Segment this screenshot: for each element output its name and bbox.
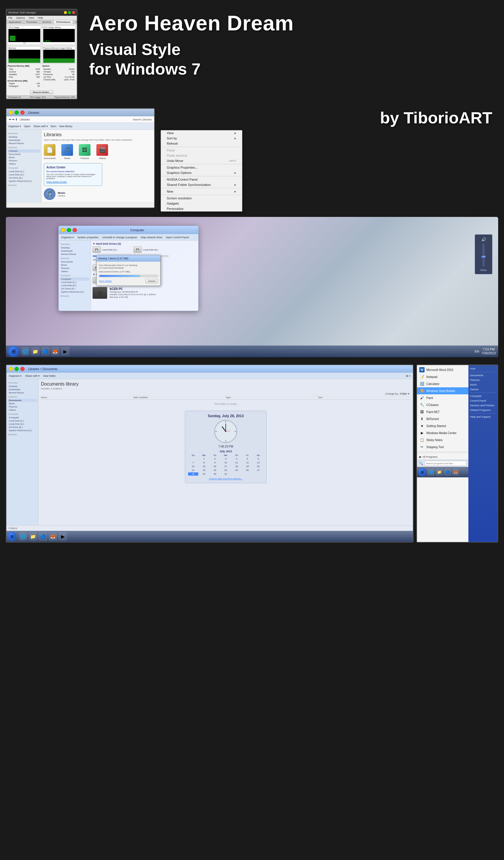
cw-close-btn[interactable] bbox=[73, 228, 77, 232]
start-mini-icon-ie[interactable]: 🌐 bbox=[428, 469, 434, 476]
col-size[interactable]: Size bbox=[318, 396, 411, 399]
ctx-item-refresh[interactable]: Refresh bbox=[161, 141, 242, 146]
cw-sidebar-system-g[interactable]: System Reserved (G:) bbox=[60, 290, 89, 293]
start-mini-taskbar-start[interactable]: ⊞ bbox=[418, 468, 426, 476]
start-right-default-programs[interactable]: Default Programs bbox=[470, 408, 496, 413]
start-right-games[interactable]: Games bbox=[470, 387, 496, 392]
docs-sidebar-cd-e[interactable]: CD Drive (E:) bbox=[8, 426, 37, 429]
mv-cancel-button[interactable]: Cancel bbox=[145, 279, 158, 283]
tm-tab-services[interactable]: Services bbox=[40, 20, 54, 24]
exp-toolbar-open[interactable]: Open bbox=[24, 125, 30, 128]
docs-toolbar-share[interactable]: Share with ▾ bbox=[25, 374, 40, 377]
taskbar-icon-chrome[interactable]: 🔵 bbox=[41, 347, 50, 356]
docs-sidebar-recent[interactable]: Recent Places bbox=[8, 391, 37, 394]
ctx-item-shared-folder[interactable]: Shared Folder Synchronization bbox=[161, 182, 242, 187]
sidebar-item-pictures[interactable]: Pictures bbox=[8, 159, 40, 162]
start-item-word[interactable]: W Microsoft Word 2010 bbox=[417, 366, 469, 373]
col-type[interactable]: Type bbox=[226, 396, 318, 399]
action-center-link[interactable]: Open Action Center bbox=[46, 181, 100, 183]
docs-toolbar-organize[interactable]: Organize ▾ bbox=[9, 374, 21, 377]
sidebar-item-recent[interactable]: Recent Places bbox=[8, 142, 40, 145]
ctx-item-graphics-props[interactable]: Graphics Properties... bbox=[161, 165, 242, 170]
cw-sidebar-computer[interactable]: Computer bbox=[60, 277, 89, 281]
sidebar-item-videos[interactable]: Videos bbox=[8, 162, 40, 166]
start-item-media-center[interactable]: ▶ Windows Media Center bbox=[417, 429, 469, 436]
start-search-input[interactable] bbox=[424, 461, 466, 466]
ctx-item-nvidia[interactable]: NVIDIA Control Panel bbox=[161, 177, 242, 182]
lib-icon-documents[interactable]: 📄 Documents bbox=[44, 144, 56, 160]
mv-more-details-link[interactable]: More details bbox=[99, 280, 112, 282]
start-right-documents[interactable]: Documents bbox=[470, 373, 496, 378]
sidebar-item-libraries[interactable]: Libraries bbox=[8, 149, 40, 153]
cw-sidebar-desktop[interactable]: Desktop bbox=[60, 246, 89, 249]
start-item-sticky-notes[interactable]: 📋 Sticky Notes bbox=[417, 436, 469, 443]
docs-taskbar-icon-ff[interactable]: 🦊 bbox=[48, 532, 57, 541]
tm-tab-networking[interactable]: Networking bbox=[73, 20, 77, 24]
sidebar-item-documents[interactable]: Documents bbox=[8, 153, 40, 156]
start-item-getting-started[interactable]: ★ Getting Started bbox=[417, 422, 469, 429]
docs-sidebar-system-g[interactable]: System Reserved (G:) bbox=[8, 429, 37, 432]
start-item-paintnet[interactable]: 🖼 Paint.NET bbox=[417, 408, 469, 415]
docs-sidebar-desktop[interactable]: Desktop bbox=[8, 385, 37, 388]
start-right-pictures[interactable]: Pictures bbox=[470, 378, 496, 382]
docs-sidebar-videos[interactable]: Videos bbox=[8, 408, 37, 412]
start-right-devices[interactable]: Devices and Printers bbox=[470, 403, 496, 408]
exp-toolbar-share[interactable]: Share with ▾ bbox=[33, 125, 48, 128]
ctx-item-graphics-options[interactable]: Graphics Options bbox=[161, 170, 242, 175]
cw-sidebar-recent[interactable]: Recent Places bbox=[60, 253, 89, 256]
start-right-music[interactable]: Music bbox=[470, 382, 496, 387]
exp-close-btn[interactable] bbox=[20, 111, 25, 115]
volume-slider-thumb[interactable] bbox=[481, 256, 486, 258]
lib-icon-music[interactable]: 🎵 Music bbox=[61, 144, 73, 160]
taskbar-icon-ie[interactable]: 🌐 bbox=[21, 347, 30, 356]
docs-maximize-btn[interactable] bbox=[15, 367, 19, 371]
sidebar-item-downloads[interactable]: Downloads bbox=[8, 139, 40, 142]
cw-sidebar-lib-documents[interactable]: Documents bbox=[60, 260, 89, 263]
cw-toolbar-open-control[interactable]: Open Control Panel bbox=[166, 236, 189, 239]
start-item-style-builder[interactable]: 🎨 Windows Style Builder bbox=[417, 387, 469, 394]
start-mini-icon-ff[interactable]: 🦊 bbox=[452, 469, 459, 476]
cw-maximize-btn[interactable] bbox=[67, 228, 71, 232]
tm-tab-processes[interactable]: Processes bbox=[24, 20, 40, 24]
cal-change-time-link[interactable]: Change date and time settings... bbox=[188, 477, 263, 480]
col-date-modified[interactable]: Date modified bbox=[133, 396, 226, 399]
docs-sidebar-pictures[interactable]: Pictures bbox=[8, 405, 37, 408]
start-mini-icon-explorer[interactable]: 📁 bbox=[436, 469, 443, 476]
docs-taskbar-icon-chrome[interactable]: 🔵 bbox=[39, 532, 47, 541]
exp-toolbar-burn[interactable]: Burn bbox=[51, 125, 56, 128]
exp-minimize-btn[interactable] bbox=[9, 111, 13, 115]
ctx-item-gadgets[interactable]: Gadgets bbox=[161, 201, 242, 206]
tm-menu-options[interactable]: Options bbox=[16, 16, 25, 19]
tm-menu-file[interactable]: File bbox=[8, 16, 13, 19]
ctx-item-paste[interactable]: Paste bbox=[161, 148, 242, 153]
start-right-acer[interactable]: Acer bbox=[470, 366, 496, 371]
cw-sidebar-local-c[interactable]: Local Disk (C:) bbox=[60, 281, 89, 284]
ctx-item-undo-move[interactable]: Undo MoveCtrl+Z bbox=[161, 158, 242, 163]
taskbar-icon-explorer[interactable]: 📁 bbox=[31, 347, 40, 356]
start-item-paint[interactable]: 🖌 Paint bbox=[417, 394, 469, 401]
lib-icon-pictures[interactable]: 🖼 Pictures bbox=[79, 144, 90, 160]
docs-taskbar-icon-ie[interactable]: 🌐 bbox=[19, 532, 27, 541]
start-item-notepad[interactable]: 📝 Notepad bbox=[417, 373, 469, 380]
start-mini-icon-chrome[interactable]: 🔵 bbox=[444, 469, 451, 476]
taskbar-start-button[interactable]: ⊞ bbox=[8, 346, 19, 357]
cw-sidebar-local-d[interactable]: Local Disk (D:) bbox=[60, 284, 89, 287]
cw-minimize-btn[interactable] bbox=[61, 228, 65, 232]
cw-toolbar-organize[interactable]: Organize ▾ bbox=[61, 236, 74, 239]
docs-taskbar-start[interactable]: ⊞ bbox=[8, 532, 16, 541]
start-right-help[interactable]: Help and Support bbox=[470, 415, 496, 419]
tm-menu-view[interactable]: View bbox=[29, 16, 34, 19]
docs-close-btn[interactable] bbox=[20, 367, 25, 371]
start-item-calculator[interactable]: 🔢 Calculator bbox=[417, 380, 469, 387]
tm-tab-applications[interactable]: Applications bbox=[6, 20, 24, 24]
docs-sidebar-downloads[interactable]: Downloads bbox=[8, 388, 37, 391]
tm-menu-help[interactable]: Help bbox=[38, 16, 43, 19]
tm-maximize-btn[interactable] bbox=[68, 11, 71, 14]
start-right-computer[interactable]: Computer bbox=[470, 394, 496, 398]
exp-maximize-btn[interactable] bbox=[15, 111, 19, 115]
cw-sidebar-downloads[interactable]: Downloads bbox=[60, 249, 89, 253]
tm-minimize-btn[interactable] bbox=[64, 11, 67, 14]
docs-sidebar-documents[interactable]: Documents bbox=[8, 399, 37, 402]
volume-slider-track[interactable] bbox=[483, 244, 485, 267]
cw-sidebar-lib-pictures[interactable]: Pictures bbox=[60, 267, 89, 270]
